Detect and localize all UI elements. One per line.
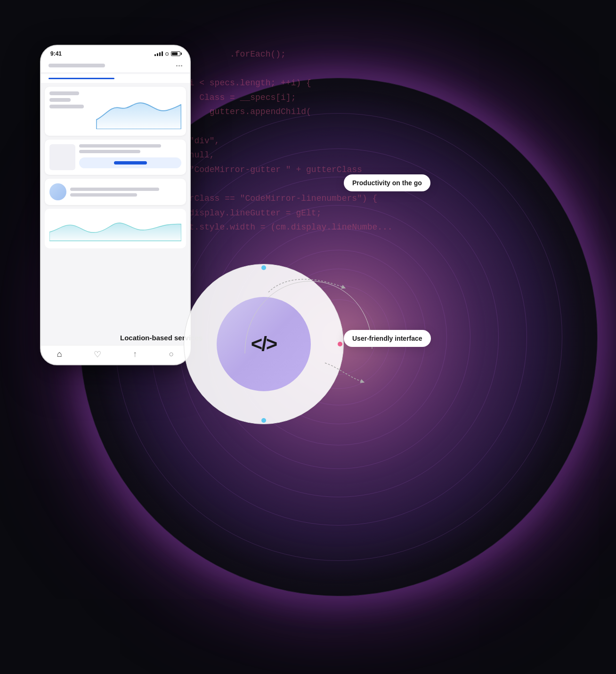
- phone-screen: 9:41 ⊙: [41, 46, 190, 364]
- code-symbol: </>: [251, 333, 277, 355]
- chart-bar-2: [49, 98, 71, 102]
- dot-top: [261, 265, 266, 270]
- area-chart-svg: [96, 91, 181, 129]
- status-bar: 9:41 ⊙: [41, 46, 190, 60]
- header-menu[interactable]: [176, 65, 182, 66]
- avatar-name-line: [70, 188, 159, 191]
- cta-line: [114, 161, 147, 164]
- status-time: 9:41: [50, 50, 62, 57]
- nav-heart-icon[interactable]: ♡: [94, 349, 101, 360]
- list-card: [45, 140, 186, 175]
- list-text-1: [79, 144, 161, 148]
- content-area: [41, 83, 190, 256]
- inner-circle: </>: [217, 297, 311, 391]
- chart-card: [45, 87, 186, 136]
- list-text-2: [79, 150, 140, 153]
- signal-icon: [154, 51, 163, 56]
- dot-bottom: [261, 418, 266, 423]
- wave-chart-svg: [49, 214, 181, 242]
- app-header: [41, 60, 190, 72]
- header-text: [49, 64, 105, 67]
- battery-icon: [171, 51, 180, 56]
- outer-ring: </>: [184, 264, 344, 424]
- avatar-text-lines: [70, 188, 181, 197]
- wifi-icon: ⊙: [165, 51, 169, 57]
- dot-right: [338, 342, 342, 346]
- chart-bar-1: [49, 91, 79, 95]
- tab-bar: [41, 74, 190, 83]
- avatar-sub-line: [70, 193, 137, 197]
- diagram-container: </>: [184, 264, 344, 424]
- user-friendly-label: User-friendly interface: [344, 330, 431, 347]
- list-cta[interactable]: [79, 157, 181, 168]
- productivity-label: Productivity on the go: [344, 174, 430, 191]
- phone-container: 9:41 ⊙: [40, 45, 191, 365]
- nav-user-icon[interactable]: ○: [169, 349, 174, 360]
- list-thumbnail: [49, 144, 75, 170]
- nav-search-icon[interactable]: ↑: [133, 349, 137, 360]
- status-icons: ⊙: [154, 51, 180, 57]
- avatar: [49, 183, 66, 200]
- chart-right-panel: [96, 91, 181, 131]
- chart-left-panel: [49, 91, 92, 131]
- nav-home-icon[interactable]: ⌂: [57, 349, 62, 360]
- bottom-nav: ⌂ ♡ ↑ ○: [41, 345, 190, 364]
- list-content: [79, 144, 181, 168]
- wave-chart-card: [45, 209, 186, 248]
- phone-mockup: 9:41 ⊙: [40, 45, 191, 365]
- tab-active-indicator: [49, 78, 114, 79]
- avatar-card: [45, 179, 186, 205]
- chart-bar-3: [49, 105, 84, 108]
